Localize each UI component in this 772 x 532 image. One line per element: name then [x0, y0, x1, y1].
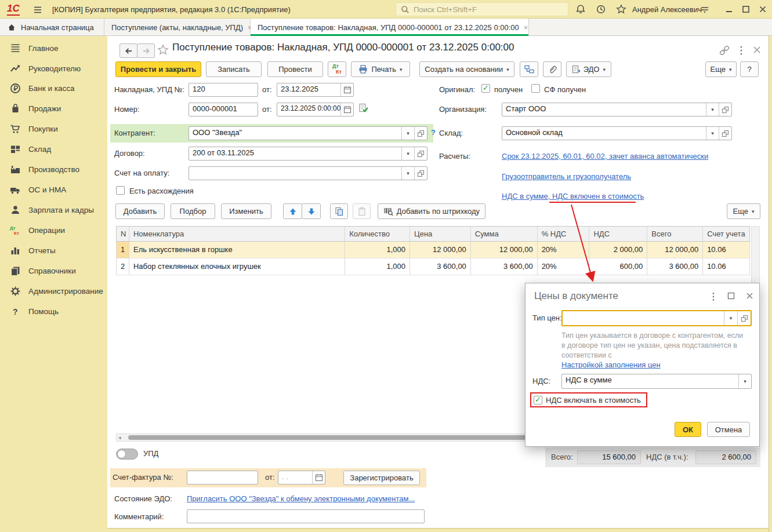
favorite-star-icon[interactable]: [157, 44, 169, 56]
cell-price[interactable]: 3 600,00: [410, 258, 471, 275]
structure-button[interactable]: [520, 61, 538, 77]
open-item-icon[interactable]: [414, 147, 427, 160]
dropdown-caret-icon[interactable]: ▾: [738, 374, 751, 388]
vat-in-price-checkbox[interactable]: ✓: [534, 396, 542, 405]
cell-sum[interactable]: 3 600,00: [471, 258, 538, 275]
sidebar-item-payroll-hr[interactable]: Зарплата и кадры: [0, 202, 107, 218]
cell-total[interactable]: 12 000,00: [647, 242, 703, 258]
cell-vat[interactable]: 2 000,00: [589, 242, 647, 258]
scroll-left-icon[interactable]: ◂: [118, 435, 121, 440]
col-sum[interactable]: Сумма: [471, 227, 538, 241]
tab-receipt-document[interactable]: Поступление товаров: Накладная, УПД 0000…: [251, 19, 529, 36]
sidebar-item-warehouse[interactable]: Склад: [0, 141, 107, 157]
dropdown-caret-icon[interactable]: ▾: [706, 103, 719, 116]
payment-invoice-input[interactable]: ▾: [189, 166, 427, 180]
open-item-icon[interactable]: [737, 311, 751, 325]
upd-toggle[interactable]: [116, 449, 138, 460]
post-button[interactable]: Провести: [267, 61, 323, 77]
cell-vat-pct[interactable]: 20%: [538, 242, 590, 258]
cell-qty[interactable]: 1,000: [345, 258, 410, 275]
create-on-base-button[interactable]: Создать на основании▾: [419, 61, 514, 77]
maximize-icon[interactable]: [742, 5, 750, 13]
invoice-number-input[interactable]: [187, 471, 258, 484]
service-menu-icon[interactable]: [699, 4, 710, 14]
number-input[interactable]: 0000-000001: [189, 103, 258, 116]
cell-nomenclature[interactable]: Ель искусственная в горшке: [129, 242, 345, 258]
show-postings-dtkt-button[interactable]: ДтКт: [328, 61, 346, 77]
col-account[interactable]: Счет учета: [703, 227, 749, 241]
sidebar-item-catalogs[interactable]: Справочники: [0, 263, 107, 279]
move-row-down-button[interactable]: [302, 203, 321, 219]
save-button[interactable]: Записать: [206, 61, 262, 77]
col-total[interactable]: Всего: [647, 227, 703, 241]
attachments-button[interactable]: [543, 61, 561, 77]
dropdown-caret-icon[interactable]: ▾: [401, 167, 414, 180]
edo-button[interactable]: ЭДО▾: [566, 61, 611, 77]
open-item-icon[interactable]: [414, 167, 427, 180]
dropdown-caret-icon[interactable]: ▾: [401, 147, 414, 160]
pick-button[interactable]: Подбор: [171, 203, 215, 219]
sf-received-checkbox[interactable]: [531, 84, 540, 93]
table-row[interactable]: 2 Набор стеклянных елочных игрушек 1,000…: [117, 258, 749, 275]
cell-price[interactable]: 12 000,00: [410, 242, 471, 258]
sidebar-item-main[interactable]: Главное: [0, 40, 107, 56]
vat-settings-link[interactable]: НДС в сумме, НДС включен в стоимость: [502, 192, 644, 201]
tab-receipts-list[interactable]: Поступление (акты, накладные, УПД) ×: [104, 19, 251, 36]
cancel-button[interactable]: Отмена: [707, 422, 750, 437]
print-button[interactable]: Печать▾: [351, 61, 410, 77]
post-and-close-button[interactable]: Провести и закрыть: [115, 61, 201, 77]
original-received-checkbox[interactable]: ✓: [481, 84, 490, 93]
open-item-icon[interactable]: [719, 127, 731, 140]
dropdown-caret-icon[interactable]: ▾: [706, 127, 719, 140]
cell-vat-pct[interactable]: 20%: [538, 258, 590, 275]
col-vat-pct[interactable]: % НДС: [538, 227, 590, 241]
dropdown-caret-icon[interactable]: ▾: [401, 127, 414, 140]
cell-nomenclature[interactable]: Набор стеклянных елочных игрушек: [129, 258, 345, 275]
main-menu-icon[interactable]: [32, 5, 43, 15]
dialog-close-icon[interactable]: [746, 292, 753, 300]
cell-qty[interactable]: 1,000: [345, 242, 410, 258]
warehouse-input[interactable]: Основной склад ▾: [502, 126, 732, 140]
close-window-icon[interactable]: [759, 5, 767, 13]
cell-n[interactable]: 2: [117, 258, 129, 275]
col-price[interactable]: Цена: [410, 227, 471, 241]
cell-vat[interactable]: 600,00: [589, 258, 647, 275]
minimize-icon[interactable]: [725, 6, 733, 14]
cell-account[interactable]: 10.06: [703, 242, 749, 258]
set-number-icon[interactable]: [358, 103, 369, 114]
calendar-icon[interactable]: [340, 103, 353, 116]
current-user[interactable]: Андрей Алексеевич: [632, 5, 702, 14]
ok-button[interactable]: ОК: [675, 422, 701, 437]
comment-input[interactable]: [187, 509, 425, 523]
more-button-header[interactable]: Еще▾: [705, 61, 737, 77]
dropdown-caret-icon[interactable]: ▾: [724, 311, 737, 325]
cell-n[interactable]: 1: [117, 242, 129, 258]
more-dots-icon[interactable]: [737, 45, 745, 56]
help-button[interactable]: ?: [740, 61, 759, 77]
cell-sum[interactable]: 12 000,00: [471, 242, 538, 258]
nav-back-button[interactable]: [119, 43, 137, 58]
number-date-input[interactable]: 23.12.2025 0:00:00: [277, 103, 354, 116]
price-fill-settings-link[interactable]: Настройкой заполнения цен: [561, 360, 661, 369]
close-tab-icon[interactable]: ×: [524, 23, 528, 32]
discrepancies-checkbox[interactable]: [116, 186, 125, 195]
vat-mode-select[interactable]: НДС в сумме ▾: [561, 374, 752, 389]
open-item-icon[interactable]: [719, 103, 731, 116]
waybill-date-input[interactable]: 23.12.2025: [277, 83, 354, 97]
sidebar-item-manager[interactable]: Руководителю: [0, 60, 107, 76]
more-button-items[interactable]: Еще▾: [727, 203, 760, 219]
close-document-icon[interactable]: [752, 45, 762, 54]
edo-invite-link[interactable]: Пригласить ООО "Звезда" к обмену электро…: [187, 494, 415, 503]
sidebar-item-purchases[interactable]: Покупки: [0, 121, 107, 137]
calendar-icon[interactable]: [312, 471, 325, 484]
contragent-input[interactable]: ООО "Звезда" ▾: [189, 126, 427, 140]
settlements-link[interactable]: Срок 23.12.2025, 60.01, 60.02, зачет ава…: [502, 152, 708, 161]
organization-input[interactable]: Старт ООО ▾: [502, 103, 732, 116]
dialog-more-dots-icon[interactable]: [710, 291, 717, 302]
change-button[interactable]: Изменить: [221, 203, 271, 219]
items-table-header[interactable]: N Номенклатура Количество Цена Сумма % Н…: [116, 226, 750, 242]
contract-input[interactable]: 200 от 03.11.2025 ▾: [189, 147, 427, 161]
cell-account[interactable]: 10.06: [703, 258, 749, 275]
dialog-maximize-icon[interactable]: [727, 292, 735, 300]
invoice-date-input[interactable]: . .: [278, 471, 325, 484]
